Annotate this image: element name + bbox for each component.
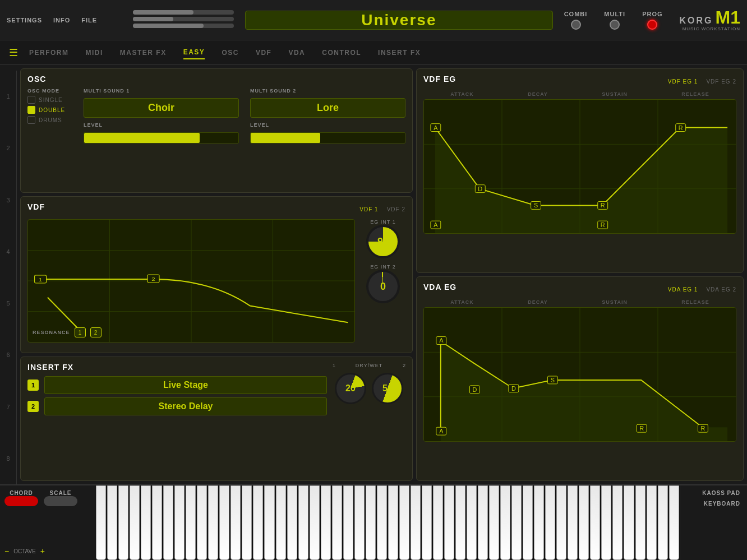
multi-mode-button[interactable]: MULTI: [604, 11, 625, 30]
vdf-eg-tab-2[interactable]: VDF EG 2: [706, 78, 736, 85]
white-key[interactable]: [590, 485, 600, 560]
white-key[interactable]: [141, 485, 151, 560]
white-key[interactable]: [152, 485, 162, 560]
hamburger-menu[interactable]: ☰: [9, 47, 18, 59]
white-key[interactable]: [332, 485, 342, 560]
sound1-level-bar[interactable]: [84, 132, 239, 144]
white-key[interactable]: [467, 485, 477, 560]
white-key[interactable]: [163, 485, 173, 560]
white-key[interactable]: [612, 485, 622, 560]
white-key[interactable]: [422, 485, 432, 560]
white-key[interactable]: [556, 485, 566, 560]
vda-eg-tab-2[interactable]: VDA EG 2: [706, 286, 736, 293]
white-key[interactable]: [287, 485, 297, 560]
tab-control[interactable]: CONTROL: [322, 47, 361, 59]
vda-eg-tab-1[interactable]: VDA EG 1: [668, 286, 698, 293]
white-key[interactable]: [523, 485, 533, 560]
prog-mode-button[interactable]: PROG: [642, 11, 662, 30]
dry-wet-knob2[interactable]: 50: [372, 373, 403, 404]
fx2-name[interactable]: Stereo Delay: [44, 397, 327, 415]
white-key[interactable]: [579, 485, 589, 560]
chord-button[interactable]: [4, 496, 38, 506]
fx1-name[interactable]: Live Stage: [44, 376, 327, 394]
white-key[interactable]: [411, 485, 421, 560]
tab-perform[interactable]: PERFORM: [29, 47, 69, 59]
tab-osc[interactable]: OSC: [222, 47, 239, 59]
resonance-btn-2[interactable]: 2: [90, 327, 102, 337]
vdf-eg-tab-1[interactable]: VDF EG 1: [668, 78, 698, 85]
settings-menu[interactable]: SETTINGS: [7, 17, 42, 24]
tab-vda[interactable]: VDA: [288, 47, 305, 59]
white-key[interactable]: [219, 485, 229, 560]
white-key[interactable]: [489, 485, 499, 560]
combi-mode-button[interactable]: COMBI: [564, 11, 588, 30]
white-key[interactable]: [366, 485, 376, 560]
white-key[interactable]: [433, 485, 443, 560]
white-key[interactable]: [310, 485, 320, 560]
white-key[interactable]: [669, 485, 679, 560]
white-key[interactable]: [444, 485, 454, 560]
white-key[interactable]: [298, 485, 308, 560]
tab-easy[interactable]: EASY: [183, 46, 205, 59]
white-key[interactable]: [624, 485, 634, 560]
scale-button[interactable]: [44, 496, 77, 506]
white-key[interactable]: [107, 485, 117, 560]
octave-minus-button[interactable]: −: [4, 547, 9, 556]
double-checkbox[interactable]: [27, 106, 35, 114]
osc-mode-double[interactable]: DOUBLE: [27, 106, 72, 114]
white-key[interactable]: [534, 485, 544, 560]
white-key[interactable]: [118, 485, 128, 560]
white-key[interactable]: [354, 485, 365, 560]
white-key[interactable]: [500, 485, 510, 560]
white-key[interactable]: [130, 485, 140, 560]
sound2-level-bar[interactable]: [250, 132, 405, 144]
eg-int1-knob[interactable]: 99: [366, 225, 400, 258]
white-key[interactable]: [647, 485, 657, 560]
white-key[interactable]: [253, 485, 263, 560]
white-key[interactable]: [264, 485, 274, 560]
slider-3[interactable]: [133, 24, 234, 28]
file-menu[interactable]: FILE: [81, 17, 97, 24]
vdf-eg-svg: A D S R R A: [424, 100, 736, 233]
tab-master-fx[interactable]: MASTER FX: [120, 47, 167, 59]
tab-vdf[interactable]: VDF: [256, 47, 272, 59]
sound2-selector[interactable]: Lore: [250, 98, 405, 118]
white-key[interactable]: [478, 485, 488, 560]
drums-checkbox[interactable]: [27, 116, 35, 124]
white-key[interactable]: [455, 485, 465, 560]
dry-wet-knob1[interactable]: 20: [335, 373, 366, 404]
vdf-tab-2[interactable]: VDF 2: [387, 206, 405, 212]
vdf-tab-1[interactable]: VDF 1: [359, 206, 378, 212]
white-key[interactable]: [399, 485, 409, 560]
white-key[interactable]: [230, 485, 241, 560]
resonance-btn-1[interactable]: 1: [75, 327, 86, 337]
white-key[interactable]: [174, 485, 185, 560]
tab-insert-fx[interactable]: INSERT FX: [378, 47, 421, 59]
white-key[interactable]: [321, 485, 331, 560]
eg-int2-knob[interactable]: 0: [366, 270, 400, 303]
white-key[interactable]: [343, 485, 353, 560]
white-key[interactable]: [242, 485, 252, 560]
white-key[interactable]: [96, 485, 106, 560]
white-key[interactable]: [197, 485, 207, 560]
single-checkbox[interactable]: [27, 96, 35, 104]
white-key[interactable]: [568, 485, 578, 560]
osc-mode-drums[interactable]: DRUMS: [27, 116, 72, 124]
osc-mode-single[interactable]: SINGLE: [27, 96, 72, 104]
white-key[interactable]: [276, 485, 286, 560]
white-key[interactable]: [377, 485, 387, 560]
octave-plus-button[interactable]: +: [40, 547, 45, 556]
white-key[interactable]: [601, 485, 611, 560]
white-key[interactable]: [635, 485, 645, 560]
white-key[interactable]: [186, 485, 196, 560]
info-menu[interactable]: INFO: [53, 17, 70, 24]
white-key[interactable]: [511, 485, 522, 560]
white-key[interactable]: [658, 485, 668, 560]
slider-2[interactable]: [133, 17, 234, 21]
white-key[interactable]: [388, 485, 398, 560]
white-key[interactable]: [545, 485, 555, 560]
tab-midi[interactable]: MIDI: [86, 47, 103, 59]
sound1-selector[interactable]: Choir: [84, 98, 239, 118]
slider-1[interactable]: [133, 10, 234, 15]
white-key[interactable]: [208, 485, 218, 560]
